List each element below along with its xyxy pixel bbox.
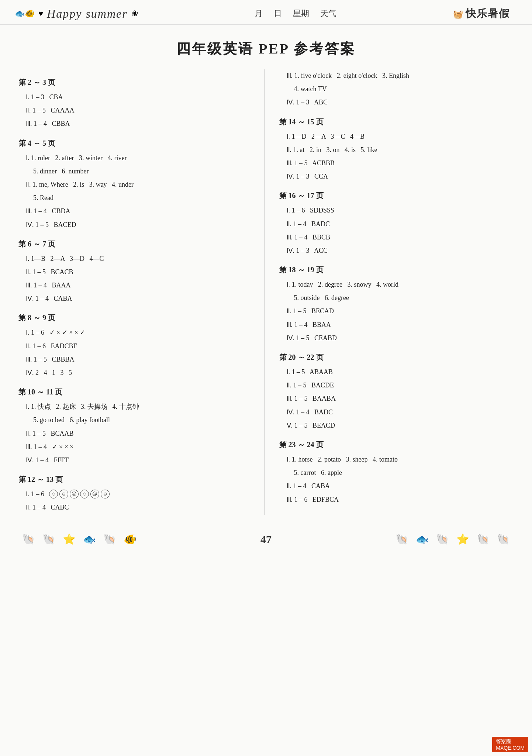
page-number: 47 [260, 533, 272, 546]
answer-line: Ⅲ. 1 – 5 ACBBB [287, 157, 514, 169]
answer-line: Ⅱ. 1 – 5 BCAAB [26, 427, 253, 440]
answer-line: Ⅱ. 1 – 5 BCACB [26, 266, 253, 278]
answer-line: Ⅰ. 1 – 6 ✓ × ✓ × × ✓ [26, 326, 253, 339]
shell-icon-2: 🐚 [42, 533, 55, 545]
section-title-p23-24: 第 23 ～ 24 页 [279, 438, 514, 452]
section-title-p4-5: 第 4 ～ 5 页 [18, 136, 253, 150]
header-right: 🧺 快乐暑假 [453, 7, 510, 21]
month-label: 月 [255, 8, 263, 19]
answer-line: Ⅰ. 1 – 5 ABAAB [287, 366, 514, 378]
section-title-p8-9: 第 8 ～ 9 页 [18, 311, 253, 325]
answer-line: Ⅲ. 1 – 5 CBBBA [26, 353, 253, 366]
emoji-happy-3: ☺ [80, 490, 89, 498]
header: 🐟🐠 ♥ Happy summer ❀ 月 日 星期 天气 🧺 快乐暑假 [0, 0, 532, 25]
fish-icon-2: 🐠 [124, 533, 137, 545]
answer-line: Ⅱ. 1. me, Where 2. is 3. way 4. under [26, 178, 253, 191]
roman-numeral: Ⅰ. 1 – 6 [26, 488, 48, 500]
answer-line: Ⅰ. 1. horse 2. potato 3. sheep 4. tomato [287, 453, 514, 466]
answer-line: Ⅳ. 1 – 5 CEABD [287, 332, 514, 344]
fish-icon-1: 🐟 [83, 533, 96, 545]
answer-line: Ⅱ. 1 – 4 CABC [26, 501, 253, 514]
answer-line: Ⅳ. 1 – 4 BADC [287, 406, 514, 418]
answer-line-indent: 5. dinner 6. number [33, 165, 253, 177]
section-title-p10-11: 第 10 ～ 11 页 [18, 385, 253, 399]
answer-line: Ⅲ. 1 – 4 ✓ × × × [26, 441, 253, 453]
answer-line: Ⅲ. 1 – 4 BBAA [287, 318, 514, 331]
right-column: Ⅲ. 1. five o'clock 2. eight o'clock 3. E… [265, 69, 514, 515]
left-column: 第 2 ～ 3 页 Ⅰ. 1 – 3 CBA Ⅱ. 1 – 5 CAAAA Ⅲ.… [18, 69, 265, 515]
flower-icon: ❀ [131, 9, 138, 18]
answer-line: Ⅱ. 1 – 4 CABA [287, 480, 514, 492]
watermark: 答案圈 MXQE.COM [492, 737, 528, 752]
answer-line: Ⅰ. 1 – 6 SDDSSS [287, 204, 514, 217]
answer-line: Ⅰ. 1 – 6 ☺ ☺ ☹ ☺ ☹ ☺ [26, 488, 253, 500]
section-title-p18-19: 第 18 ～ 19 页 [279, 263, 514, 277]
watermark-line2: MXQE.COM [496, 745, 525, 751]
answer-line: Ⅳ. 1 – 4 FFFT [26, 454, 253, 466]
star-icon-1: ⭐ [63, 533, 76, 545]
heart-icon: ♥ [38, 9, 43, 18]
answer-line: Ⅳ. 1 – 3 ABC [287, 96, 514, 108]
shell-icon-4: 🐚 [395, 533, 408, 545]
answer-line: Ⅱ. 1 – 5 BACDE [287, 379, 514, 391]
answer-line: Ⅲ. 1 – 5 BAABA [287, 392, 514, 405]
section-title-p2-3: 第 2 ～ 3 页 [18, 75, 253, 89]
answer-line: Ⅱ. 1 – 5 BECAD [287, 305, 514, 317]
fish-icon-3: 🐟 [416, 533, 429, 545]
answer-line: Ⅱ. 1 – 6 EADCBF [26, 340, 253, 352]
answer-line: Ⅳ. 2 4 1 3 5 [26, 366, 253, 379]
page-title: 四年级英语 PEP 参考答案 [0, 39, 532, 58]
answer-line: Ⅱ. 1 – 5 CAAAA [26, 104, 253, 117]
answer-line: Ⅲ. 1. five o'clock 2. eight o'clock 3. E… [287, 69, 514, 82]
section-title-p14-15: 第 14 ～ 15 页 [279, 115, 514, 129]
answer-line: Ⅰ. 1 – 3 CBA [26, 91, 253, 103]
answer-line: Ⅲ. 1 – 4 BBCB [287, 231, 514, 244]
basket-icon: 🧺 [453, 10, 463, 19]
answer-line: Ⅱ. 1 – 4 BADC [287, 218, 514, 230]
shell-icon-6: 🐚 [477, 533, 490, 545]
answer-line: Ⅳ. 1 – 3 CCA [287, 170, 514, 183]
shell-icon-3: 🐚 [103, 533, 116, 545]
emoji-happy-2: ☺ [59, 490, 68, 498]
shell-icon-1: 🐚 [22, 533, 35, 545]
emoji-happy-1: ☺ [49, 490, 58, 498]
footer-left-icons: 🐚 🐚 ⭐ 🐟 🐚 🐠 [22, 533, 137, 545]
answer-line-indent: 4. watch TV [294, 83, 514, 95]
weekday-label: 星期 [293, 8, 309, 19]
star-icon-2: ⭐ [456, 533, 469, 545]
page: 🐟🐠 ♥ Happy summer ❀ 月 日 星期 天气 🧺 快乐暑假 四年级… [0, 0, 532, 756]
answer-line: Ⅳ. 1 – 4 CABA [26, 292, 253, 305]
answer-line-indent: 5. Read [33, 191, 253, 204]
header-left: 🐟🐠 ♥ Happy summer ❀ [15, 7, 138, 21]
answer-line: Ⅲ. 1 – 4 BAAA [26, 279, 253, 291]
fish-decoration-icon: 🐟🐠 [15, 9, 35, 18]
footer: 🐚 🐚 ⭐ 🐟 🐚 🐠 47 🐚 🐟 🐚 ⭐ 🐚 🐚 [0, 522, 532, 553]
happy-summer-title: Happy summer [47, 7, 128, 21]
answer-line: Ⅲ. 1 – 4 CBDA [26, 205, 253, 217]
footer-right-icons: 🐚 🐟 🐚 ⭐ 🐚 🐚 [395, 533, 510, 545]
shell-icon-5: 🐚 [436, 533, 449, 545]
answer-line: Ⅰ. 1. today 2. degree 3. snowy 4. world [287, 278, 514, 291]
section-title-p16-17: 第 16 ～ 17 页 [279, 189, 514, 203]
answer-line: Ⅱ. 1. at 2. in 3. on 4. is 5. like [287, 144, 514, 156]
answer-line: Ⅰ. 1. 快点 2. 起床 3. 去操场 4. 十点钟 [26, 400, 253, 413]
answer-line-indent: 5. outside 6. degree [294, 291, 514, 304]
emoji-sad-2: ☹ [90, 490, 99, 498]
answer-line: Ⅲ. 1 – 4 CBBA [26, 117, 253, 130]
section-title-p6-7: 第 6 ～ 7 页 [18, 237, 253, 251]
watermark-line1: 答案圈 [496, 738, 525, 745]
day-label: 日 [274, 8, 282, 19]
answer-line-indent: 5. go to bed 6. play football [33, 414, 253, 426]
answer-line: Ⅳ. 1 – 3 ACC [287, 244, 514, 257]
answer-line: Ⅳ. 1 – 5 BACED [26, 218, 253, 231]
shell-icon-7: 🐚 [497, 533, 510, 545]
answer-line: Ⅰ. 1. ruler 2. after 3. winter 4. river [26, 152, 253, 164]
kuaile-shujia-title: 快乐暑假 [466, 8, 510, 19]
header-middle: 月 日 星期 天气 [255, 8, 336, 19]
weather-label: 天气 [320, 8, 336, 19]
section-title-p12-13: 第 12 ～ 13 页 [18, 472, 253, 486]
answer-line-indent: 5. carrot 6. apple [294, 466, 514, 479]
answer-line: Ⅰ. 1—D 2—A 3—C 4—B [287, 130, 514, 143]
answer-line: Ⅰ. 1—B 2—A 3—D 4—C [26, 252, 253, 265]
section-title-p20-22: 第 20 ～ 22 页 [279, 350, 514, 364]
